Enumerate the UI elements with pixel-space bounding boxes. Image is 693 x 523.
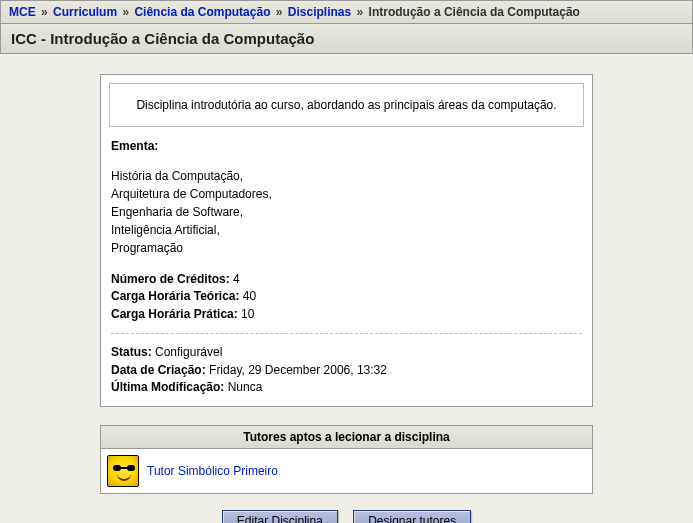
credits-value: 4 [233, 272, 240, 286]
ementa-line: Engenharia de Software, [111, 203, 582, 221]
tutors-card: Tutores aptos a lecionar a disciplina Tu… [100, 425, 593, 494]
breadcrumb: MCE » Curriculum » Ciência da Computação… [0, 0, 693, 24]
pratica-value: 10 [241, 307, 254, 321]
page-title: ICC - Introdução a Ciência da Computação [0, 24, 693, 54]
breadcrumb-sep: » [120, 5, 131, 19]
breadcrumb-sep: » [274, 5, 285, 19]
created-label: Data de Criação: [111, 363, 206, 377]
credits-label: Número de Créditos: [111, 272, 230, 286]
breadcrumb-link-ciencia[interactable]: Ciência da Computação [134, 5, 270, 19]
assign-tutors-button[interactable]: Designar tutores [353, 510, 471, 523]
intro-description: Disciplina introdutória ao curso, aborda… [109, 83, 584, 127]
status-value: Configurável [155, 345, 222, 359]
discipline-details: Ementa: História da Computação, Arquitet… [101, 135, 592, 406]
pratica-label: Carga Horária Prática: [111, 307, 238, 321]
credits-row: Número de Créditos: 4 [111, 271, 582, 288]
divider [111, 333, 582, 334]
ementa-line: Programação [111, 239, 582, 257]
breadcrumb-sep: » [39, 5, 50, 19]
teorica-row: Carga Horária Teórica: 40 [111, 288, 582, 305]
teorica-value: 40 [243, 289, 256, 303]
ementa-content: História da Computação, Arquitetura de C… [111, 167, 582, 257]
ementa-line: Arquitetura de Computadores, [111, 185, 582, 203]
breadcrumb-current: Introdução a Ciência da Computação [369, 5, 580, 19]
status-label: Status: [111, 345, 152, 359]
tutors-header: Tutores aptos a lecionar a disciplina [101, 426, 592, 449]
action-buttons: Editar Disciplina Designar tutores [100, 494, 593, 523]
tutors-body: Tutor Simbólico Primeiro [101, 449, 592, 493]
created-row: Data de Criação: Friday, 29 December 200… [111, 362, 582, 379]
discipline-card: Disciplina introdutória ao curso, aborda… [100, 74, 593, 407]
breadcrumb-link-mce[interactable]: MCE [9, 5, 36, 19]
teorica-label: Carga Horária Teórica: [111, 289, 240, 303]
modified-row: Última Modificação: Nunca [111, 379, 582, 396]
ementa-label: Ementa: [111, 139, 582, 153]
sunglasses-icon [113, 465, 135, 471]
created-value: Friday, 29 December 2006, 13:32 [209, 363, 387, 377]
modified-value: Nunca [228, 380, 263, 394]
tutor-link[interactable]: Tutor Simbólico Primeiro [147, 464, 278, 478]
status-row: Status: Configurável [111, 344, 582, 361]
modified-label: Última Modificação: [111, 380, 224, 394]
edit-discipline-button[interactable]: Editar Disciplina [222, 510, 338, 523]
main-content: Disciplina introdutória ao curso, aborda… [0, 54, 693, 523]
avatar[interactable] [107, 455, 139, 487]
pratica-row: Carga Horária Prática: 10 [111, 306, 582, 323]
ementa-line: História da Computação, [111, 167, 582, 185]
breadcrumb-link-curriculum[interactable]: Curriculum [53, 5, 117, 19]
breadcrumb-sep: » [355, 5, 366, 19]
ementa-line: Inteligência Artificial, [111, 221, 582, 239]
breadcrumb-link-disciplinas[interactable]: Disciplinas [288, 5, 351, 19]
